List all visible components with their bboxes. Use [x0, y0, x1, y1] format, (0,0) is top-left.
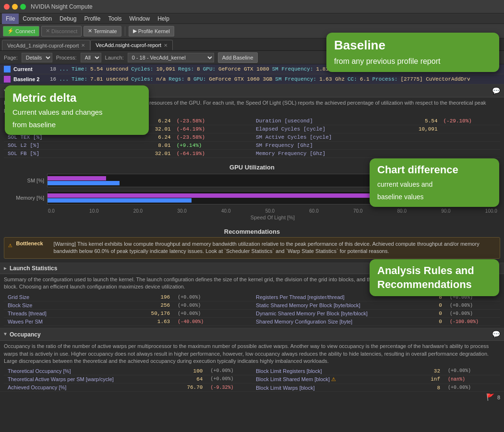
menu-debug[interactable]: Debug — [56, 13, 80, 24]
baseline-profile-row: Baseline 2 16 ... Time: 7.81 usecond Cyc… — [0, 74, 504, 84]
launch-static-shared: Static Shared Memory Per Block [byte/blo… — [252, 301, 500, 310]
menu-window[interactable]: Window — [125, 13, 154, 24]
metric-row-sol-fb: SOL FB [%] 32.01 (-64.19%) — [4, 149, 252, 157]
launch-shared-config: Shared Memory Configuration Size [byte] … — [252, 318, 500, 326]
baseline-proc-val: [27775] CuVectorAddDrv — [400, 76, 470, 82]
baseline-cycles-val: n/a — [156, 76, 166, 82]
current-number: 18 — [50, 66, 56, 72]
metric-row-sol-l2: SOL L2 [%] 8.01 (+9.14%) — [4, 141, 252, 149]
current-time-val: 5.54 usecond — [90, 66, 128, 72]
current-label: Current — [13, 66, 47, 72]
occupancy-header[interactable]: ▼ Occupancy 💬 — [0, 328, 504, 341]
occ-achieved: Achieved Occupancy [%] 76.70 (-9.32%) — [4, 384, 252, 392]
occ-block-warps: Block Limit Warps [block] 8 (+0.00%) — [252, 384, 500, 391]
rec-label: Bottleneck — [16, 240, 49, 255]
baseline-gpu-val: GeForce GTX 1060 3GB — [209, 76, 272, 82]
metric-row-elapsed: Elapsed Cycles [cycle] 10,091 — [252, 125, 500, 133]
baseline-regs-val: 8 — [187, 76, 191, 82]
warning-icon-shared: ⚠ — [331, 376, 336, 382]
occupancy-left: Theoretical Occupancy [%] 100 (+0.00%) T… — [4, 367, 252, 391]
menu-connection[interactable]: Connection — [19, 13, 56, 24]
recommendations-title: Recommendations — [4, 226, 500, 237]
current-regs-val: 8 — [197, 66, 200, 72]
metric-row-mem-freq: Memory Frequency [Ghz] — [252, 149, 500, 157]
baseline-gpu-key: GPU: — [193, 76, 206, 82]
launch-stats-left: Grid Size 196 (+0.00%) Block Size 256 (+… — [4, 293, 252, 326]
occupancy-desc: Occupancy is the ratio of the number of … — [0, 341, 504, 367]
baseline-number: 16 — [50, 76, 56, 82]
flag-icon: 🚩 — [486, 393, 494, 401]
warning-icon: ⚠ — [8, 241, 12, 255]
close-button[interactable] — [4, 4, 10, 10]
callout-baseline: Baseline from any previous profile repor… — [326, 33, 499, 72]
baseline-smfreq-key: SM Frequency: — [275, 76, 316, 82]
status-bar: 🚩 8 — [0, 391, 504, 403]
bar-label-sm: SM [%] — [6, 178, 44, 183]
tab-close-vecadd1[interactable]: ✕ — [81, 43, 85, 48]
flag-count: 8 — [497, 395, 500, 400]
baseline-cycles-key: Cycles: — [131, 76, 153, 82]
menu-profile[interactable]: Profile — [80, 13, 104, 24]
svg-rect-1 — [4, 76, 11, 83]
connect-button[interactable]: ⚡ Connect — [3, 26, 39, 36]
occupancy-right: Block Limit Registers [block] 32 (+0.00%… — [252, 367, 500, 391]
baseline-cc-val: 6.1 — [360, 76, 370, 82]
window-controls[interactable] — [4, 4, 26, 10]
add-baseline-button[interactable]: Add Baseline — [218, 52, 258, 63]
callout-baseline-subtitle: from any previous profile report — [334, 57, 440, 65]
current-cycles-key: Cycles: — [131, 66, 153, 72]
page-label: Page: — [4, 55, 18, 60]
occ-theoretical: Theoretical Occupancy [%] 100 (+0.00%) — [4, 367, 252, 375]
current-color-swatch — [4, 66, 11, 72]
minimize-button[interactable] — [12, 4, 18, 10]
occupancy-comment: 💬 — [492, 330, 500, 338]
callout-metric-delta-subtitle: Current values and changesfrom baseline — [12, 108, 103, 129]
baseline-time-val: 7.81 usecond — [90, 76, 128, 82]
baseline-regs-key: Regs: — [168, 76, 184, 82]
disconnect-button[interactable]: ✕ Disconnect — [41, 26, 82, 36]
launch-stats-right: Registers Per Thread [register/thread] 8… — [252, 293, 500, 326]
terminate-button[interactable]: ✕ Terminate — [84, 26, 121, 36]
process-select[interactable]: All — [81, 53, 101, 62]
callout-metric-delta-title: Metric delta — [12, 91, 76, 104]
chart-axis: 0.0 10.0 20.0 30.0 40.0 50.0 60.0 70.0 8… — [47, 208, 498, 214]
rec-text: [Warning] This kernel exhibits low compu… — [53, 240, 496, 255]
menu-bar: File Connection Debug Profile Tools Wind… — [0, 13, 504, 24]
gpu-speed-metrics-right: Duration [usecond] 5.54 (-29.10%) Elapse… — [252, 117, 500, 158]
occ-block-regs: Block Limit Registers [block] 32 (+0.00%… — [252, 367, 500, 375]
bar-sm-baseline — [48, 176, 106, 180]
page-select[interactable]: Details — [22, 53, 52, 62]
callout-analysis-rules-text: Analysis Rules andRecommendations — [377, 264, 474, 290]
launch-threads: Threads [thread] 50,176 (+0.00%) — [4, 310, 252, 318]
bar-sm-current — [48, 181, 120, 185]
baseline-smfreq-val: 1.63 Ghz — [319, 76, 345, 82]
tab-close-vecadd[interactable]: ✕ — [164, 43, 168, 48]
profile-kernel-button[interactable]: ▶ Profile Kernel — [129, 26, 174, 36]
recommendations-section: Recommendations ⚠ Bottleneck [Warning] T… — [0, 224, 504, 263]
baseline-cc-key: CC: — [348, 76, 357, 82]
launch-grid-size: Grid Size 196 (+0.00%) — [4, 293, 252, 301]
callout-baseline-title: Baseline — [334, 38, 385, 52]
occupancy-section: ▼ Occupancy 💬 Occupancy is the ratio of … — [0, 328, 504, 391]
chart-xlabel: Speed Of Light [%] — [47, 215, 498, 220]
tab-vecadd1[interactable]: VecAdd_1.nsight-cuprof-report ✕ — [2, 40, 90, 50]
bar-mem-current — [48, 198, 192, 203]
launch-label: Launch: — [105, 55, 124, 60]
current-smfreq-key: SM Frequency: — [272, 66, 313, 72]
metric-row-sm-active: SM Active Cycles [cycle] — [252, 133, 500, 141]
menu-tools[interactable]: Tools — [104, 13, 125, 24]
menu-help[interactable]: Help — [154, 13, 173, 24]
current-regs-key: Regs: — [178, 66, 194, 72]
baseline-label: Baseline 2 — [13, 76, 47, 82]
process-label: Process: — [56, 55, 77, 60]
callout-chart-diff-title: Chart difference — [377, 164, 458, 176]
baseline-proc-key: Process: — [372, 76, 398, 82]
occupancy-title: Occupancy — [10, 331, 41, 338]
maximize-button[interactable] — [20, 4, 26, 10]
title-bar: NVIDIA Nsight Compute — [0, 0, 504, 13]
launch-select[interactable]: 0 - 18 - VecAdd_kernel — [128, 53, 214, 62]
occ-block-shared: Block Limit Shared Mem [block] ⚠ inf (na… — [252, 375, 500, 384]
tab-vecadd[interactable]: VecAdd.nsight-cuprof-report ✕ — [90, 40, 173, 50]
launch-block-size: Block Size 256 (+0.00%) — [4, 301, 252, 310]
menu-file[interactable]: File — [2, 13, 19, 24]
